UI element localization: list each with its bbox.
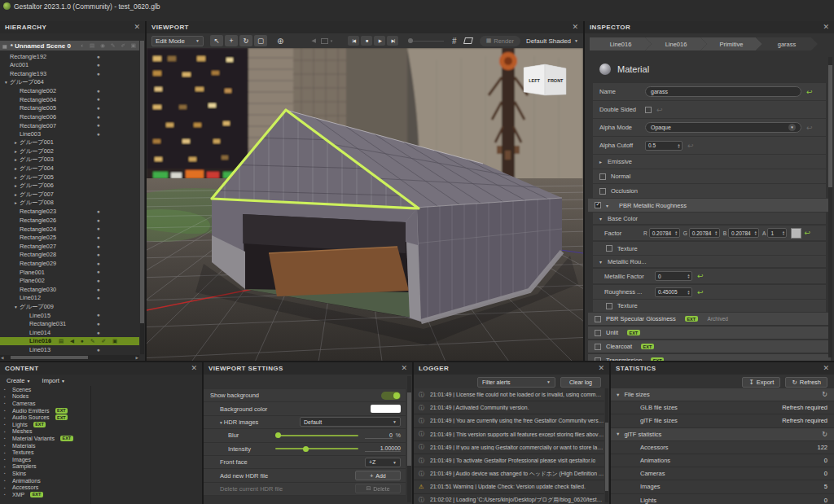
material-icon[interactable]: ● xyxy=(81,338,84,344)
breadcrumb-mesh[interactable]: Line016 xyxy=(645,37,707,50)
shading-mode-dropdown[interactable]: Default Shaded xyxy=(526,37,571,45)
hierarchy-item[interactable]: Line012 ● ◐▤◀●✎✐▣ xyxy=(0,294,139,303)
content-category[interactable]: ▪ Audio Emitters EXT xyxy=(0,407,90,414)
rotate-tool-button[interactable]: ↻ xyxy=(239,35,252,46)
hierarchy-item[interactable]: Rectangle004 ● ◐▤◀●✎✐▣ xyxy=(0,95,139,104)
extension-checkbox[interactable] xyxy=(595,357,601,362)
material-extension-row[interactable]: Transmission EXT xyxy=(588,354,831,361)
roughness-stepper[interactable]: 0.45005▲▼ xyxy=(655,287,692,297)
expand-arrow-icon[interactable] xyxy=(12,157,20,162)
expand-arrow-icon[interactable] xyxy=(12,149,20,154)
hierarchy-item[interactable]: Rectangle028 ● ◐▤◀●✎✐▣ xyxy=(0,251,139,260)
settings-scrollbar[interactable] xyxy=(407,376,411,502)
hierarchy-item[interactable]: Arc001 ● ◐▤◀●✎✐▣ xyxy=(0,61,139,70)
hierarchy-item[interactable]: グループ004 ● ◐▤◀●✎✐▣ xyxy=(0,164,139,173)
statistics-row[interactable]: ▼ Cameras 0 ↻ xyxy=(611,467,834,480)
content-category[interactable]: ▪ Accessors xyxy=(0,484,90,491)
texture-checkbox[interactable] xyxy=(606,245,612,252)
content-category[interactable]: ▪ Animations xyxy=(0,477,90,484)
content-category[interactable]: ▪ Samplers xyxy=(0,463,90,471)
base-color-swatch[interactable] xyxy=(791,228,801,239)
content-category[interactable]: ▪ XMP EXT xyxy=(0,491,90,498)
timeline-slider[interactable] xyxy=(408,41,444,42)
3d-viewport[interactable]: LEFT FRONT xyxy=(147,48,583,361)
refresh-button[interactable]: ↻Refresh xyxy=(785,377,827,388)
viewport-close-icon[interactable]: ✕ xyxy=(572,24,578,31)
hdr-image-dropdown[interactable]: Default▼ xyxy=(300,417,401,427)
hierarchy-item[interactable]: Rectangle005 ● ◐▤◀●✎✐▣ xyxy=(0,104,139,113)
log-entry[interactable]: 21:01:49 | You are currently using the f… xyxy=(414,414,604,427)
import-button[interactable]: Import ▼ xyxy=(42,377,65,384)
hierarchy-item[interactable]: Line003 ● ◐▤◀●✎✐▣ xyxy=(0,129,139,138)
alpha-mode-dropdown[interactable]: Opaque ▼ xyxy=(645,122,801,133)
collapse-arrow-icon[interactable]: ▼ xyxy=(616,432,620,436)
factor-b-stepper[interactable]: 0.20784▲▼ xyxy=(728,228,759,238)
alpha-cutoff-stepper[interactable]: 0.5▲▼ xyxy=(645,141,683,151)
pbr-metallic-roughness-bar[interactable]: ▾ PBR Metallic Roughness xyxy=(588,199,831,212)
undo-icon[interactable]: ↩ xyxy=(804,229,810,237)
logger-close-icon[interactable]: ✕ xyxy=(598,365,604,372)
refresh-icon[interactable]: ↻ xyxy=(822,391,827,398)
stop-button[interactable]: ■ xyxy=(361,36,372,46)
material-extension-row[interactable]: Clearcoat EXT xyxy=(588,340,831,353)
statistics-row[interactable]: ▼ Lights 0 ↻ xyxy=(611,494,834,504)
expand-arrow-icon[interactable] xyxy=(12,140,20,145)
statistics-close-icon[interactable]: ✕ xyxy=(823,365,829,372)
breadcrumb-primitive[interactable]: Primitive xyxy=(700,37,762,50)
log-entry[interactable]: 21:02:02 | Loading 'C:/Users/kinjo/Deskt… xyxy=(414,494,604,504)
statistics-row[interactable]: ▼ GLB file sizes Refresh required ↻ xyxy=(611,401,834,414)
statistics-row[interactable]: ▼ File sizes ↻ xyxy=(611,388,834,401)
log-entry[interactable]: 21:01:49 | Activated Community version. xyxy=(414,401,604,414)
undo-icon[interactable]: ↩ xyxy=(697,288,704,296)
normal-checkbox[interactable] xyxy=(599,173,606,180)
hierarchy-item[interactable]: Line013 ● ◐▤◀●✎✐▣ xyxy=(0,345,139,354)
expand-arrow-icon[interactable] xyxy=(12,305,20,309)
hierarchy-item[interactable]: Rectangle193 ● ◐▤◀●✎✐▣ xyxy=(0,69,139,78)
blur-value[interactable]: 0 xyxy=(365,432,393,439)
front-face-dropdown[interactable]: +Z▼ xyxy=(365,458,401,467)
hierarchy-item[interactable]: グループ007 ● ◐▤◀●✎✐▣ xyxy=(0,191,139,199)
hierarchy-item[interactable]: グループ009 ● ◐▤◀●✎✐▣ xyxy=(0,302,139,311)
hierarchy-item[interactable]: Rectangle029 ● ◐▤◀●✎✐▣ xyxy=(0,259,139,268)
occlusion-checkbox[interactable] xyxy=(599,188,606,195)
content-category[interactable]: ▪ Materials xyxy=(0,442,90,449)
grid-toggle-icon[interactable]: # xyxy=(452,37,457,46)
expand-arrow-icon[interactable] xyxy=(12,166,20,171)
clear-log-button[interactable]: Clear log xyxy=(560,377,601,388)
factor-g-stepper[interactable]: 0.20784▲▼ xyxy=(689,228,720,238)
material-name-field[interactable]: garass xyxy=(645,86,801,97)
breadcrumb-material[interactable]: garass xyxy=(756,37,818,50)
refresh-icon[interactable]: ↻ xyxy=(822,431,827,438)
hierarchy-item[interactable]: グループ005 ● ◐▤◀●✎✐▣ xyxy=(0,173,139,182)
hierarchy-item[interactable]: グループ008 ● ◐▤◀●✎✐▣ xyxy=(0,199,139,208)
expand-arrow-icon[interactable] xyxy=(2,80,10,85)
content-category[interactable]: ▪ Skins xyxy=(0,470,90,477)
content-category[interactable]: ▪ Scenes xyxy=(0,386,90,393)
hierarchy-item[interactable]: Rectangle027 ● ◐▤◀●✎✐▣ xyxy=(0,242,139,251)
undo-icon[interactable]: ↩ xyxy=(697,272,704,280)
hierarchy-item[interactable]: グループ002 ● ◐▤◀●✎✐▣ xyxy=(0,147,139,156)
log-entry[interactable]: 21:01:51 Warning | Update Check: Version… xyxy=(414,480,604,493)
factor-a-stepper[interactable]: 1▲▼ xyxy=(767,228,787,238)
edit-icon[interactable]: ✎ xyxy=(90,338,94,344)
visibility-icon[interactable]: ◐ xyxy=(49,338,52,344)
pbr-checkbox[interactable] xyxy=(595,202,601,208)
intensity-slider[interactable] xyxy=(275,448,358,449)
gizmo-icon[interactable]: ⊕ xyxy=(277,37,283,46)
extension-checkbox[interactable] xyxy=(595,316,601,322)
scale-tool-button[interactable]: ▢ xyxy=(254,35,267,46)
hierarchy-item[interactable]: Line015 ● ◐▤◀●✎✐▣ xyxy=(0,311,139,320)
hierarchy-item[interactable]: グループ003 ● ◐▤◀●✎✐▣ xyxy=(0,156,139,164)
move-tool-button[interactable]: + xyxy=(225,35,238,46)
logger-scrollbar[interactable] xyxy=(605,388,608,502)
statistics-row[interactable]: ▼ glTF file sizes Refresh required ↻ xyxy=(611,414,834,427)
hierarchy-item[interactable]: グループ001 ● ◐▤◀●✎✐▣ xyxy=(0,138,139,147)
hierarchy-item[interactable]: Rectangle007 ● ◐▤◀●✎✐▣ xyxy=(0,121,139,130)
hierarchy-item[interactable]: Rectangle026 ● ◐▤◀●✎✐▣ xyxy=(0,216,139,225)
filter-alerts-dropdown[interactable]: Filter alerts▼ xyxy=(477,377,555,388)
inspector-scrollbar[interactable] xyxy=(828,57,832,357)
audio-icon[interactable]: ◀ xyxy=(70,338,74,344)
pen-icon[interactable]: ✐ xyxy=(101,338,105,344)
hierarchy-item[interactable]: Rectangle006 ● ◐▤◀●✎✐▣ xyxy=(0,112,139,121)
statistics-row[interactable]: ▼ Images 5 ↻ xyxy=(611,480,834,493)
